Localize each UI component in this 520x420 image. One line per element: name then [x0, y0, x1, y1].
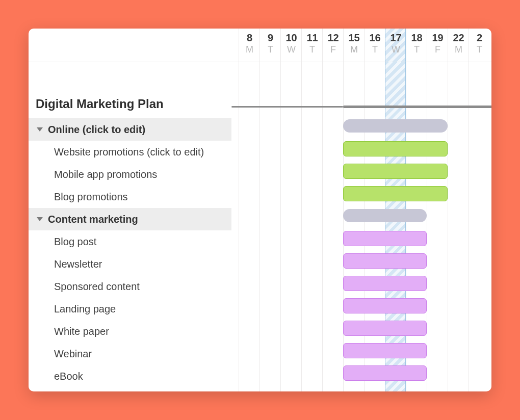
day-number: 10 — [281, 32, 302, 44]
day-weekday: T — [260, 44, 281, 56]
task-bar[interactable] — [343, 343, 427, 358]
grid-column — [385, 62, 406, 391]
task-row[interactable]: Landing page — [29, 298, 231, 320]
day-header: 18T — [406, 29, 427, 56]
day-column[interactable]: 12F — [322, 29, 343, 62]
day-number: 17 — [385, 32, 406, 44]
day-weekday: M — [448, 44, 469, 56]
day-column[interactable]: 11T — [301, 29, 322, 62]
day-header: 12F — [323, 29, 344, 56]
task-bar[interactable] — [343, 231, 427, 246]
day-header: 9T — [260, 29, 281, 56]
grid-column — [469, 62, 489, 391]
day-header: 15M — [344, 29, 365, 56]
day-column[interactable]: 17W — [385, 29, 406, 62]
task-row[interactable]: White paper — [29, 320, 231, 343]
day-column[interactable]: 22M — [448, 29, 469, 62]
gantt-chart[interactable] — [231, 62, 491, 391]
day-number: 9 — [260, 32, 281, 44]
day-number: 12 — [323, 32, 344, 44]
day-weekday: F — [427, 44, 448, 56]
day-column[interactable]: 16T — [364, 29, 385, 62]
chevron-down-icon[interactable] — [37, 127, 43, 132]
day-weekday: W — [281, 44, 302, 56]
plan-title[interactable]: Digital Marketing Plan — [29, 97, 231, 118]
gantt-window: 8M9T10W11T12F15M16T17W18T19F22M2T Digita… — [29, 29, 491, 391]
grid-column — [448, 62, 469, 391]
day-weekday: T — [469, 44, 490, 56]
task-bar[interactable] — [343, 186, 448, 201]
day-number: 2 — [469, 32, 490, 44]
grid-column — [239, 62, 259, 391]
day-number: 15 — [344, 32, 365, 44]
task-row[interactable]: Blog promotions — [29, 186, 231, 208]
day-weekday: W — [385, 44, 406, 56]
day-number: 8 — [239, 32, 260, 44]
task-row[interactable]: Blog post — [29, 230, 231, 253]
chevron-down-icon[interactable] — [37, 217, 43, 221]
task-tree: Digital Marketing Plan Online (click to … — [29, 62, 231, 391]
task-bar[interactable] — [343, 321, 427, 336]
grid-column — [259, 62, 280, 391]
task-row[interactable]: Mobile app promotions — [29, 163, 231, 186]
grid-column — [364, 62, 385, 391]
task-bar[interactable] — [343, 253, 427, 269]
day-column[interactable]: 15M — [343, 29, 364, 62]
group-row[interactable]: Online (click to edit) — [29, 118, 231, 141]
day-number: 19 — [427, 32, 448, 44]
day-header: 16T — [365, 29, 385, 56]
day-header: 19F — [427, 29, 448, 56]
project-summary-bar — [231, 106, 343, 108]
grid-column — [427, 62, 448, 391]
task-bar[interactable] — [343, 365, 427, 381]
project-summary-bar — [343, 106, 491, 108]
day-weekday: M — [239, 44, 260, 56]
grid-column — [301, 62, 322, 391]
day-column[interactable]: 19F — [427, 29, 448, 62]
task-row[interactable]: Website promotions (click to edit) — [29, 141, 231, 163]
task-bar[interactable] — [343, 164, 448, 179]
task-row[interactable]: eBook — [29, 365, 231, 387]
day-weekday: F — [323, 44, 344, 56]
grid-column — [406, 62, 427, 391]
day-column[interactable]: 2T — [469, 29, 489, 62]
group-row[interactable]: Content marketing — [29, 208, 231, 230]
group-label: Content marketing — [48, 214, 138, 225]
task-bar[interactable] — [343, 141, 448, 156]
day-header: 17W — [385, 29, 406, 56]
header: 8M9T10W11T12F15M16T17W18T19F22M2T — [29, 29, 491, 62]
timeline-header[interactable]: 8M9T10W11T12F15M16T17W18T19F22M2T — [231, 29, 491, 62]
task-row[interactable]: Webinar — [29, 343, 231, 365]
grid-column — [343, 62, 364, 391]
task-bar[interactable] — [343, 298, 427, 313]
day-number: 16 — [365, 32, 385, 44]
day-header: 2T — [469, 29, 490, 56]
day-weekday: M — [344, 44, 365, 56]
day-number: 22 — [448, 32, 469, 44]
day-number: 11 — [302, 32, 323, 44]
header-spacer — [29, 29, 231, 62]
body: Digital Marketing Plan Online (click to … — [29, 62, 491, 391]
day-header: 10W — [281, 29, 302, 56]
group-summary-bar[interactable] — [343, 119, 448, 133]
day-header: 11T — [302, 29, 323, 56]
day-weekday: T — [302, 44, 323, 56]
day-number: 18 — [406, 32, 427, 44]
day-weekday: T — [406, 44, 427, 56]
day-column[interactable]: 18T — [406, 29, 427, 62]
day-header: 22M — [448, 29, 469, 56]
group-label: Online (click to edit) — [48, 124, 145, 136]
task-row[interactable]: Newsletter — [29, 253, 231, 275]
task-row[interactable]: Sponsored content — [29, 275, 231, 298]
day-column[interactable]: 8M — [239, 29, 259, 62]
day-column[interactable]: 9T — [259, 29, 280, 62]
grid-column — [322, 62, 343, 391]
day-header: 8M — [239, 29, 260, 56]
day-weekday: T — [365, 44, 385, 56]
grid-column — [280, 62, 301, 391]
group-summary-bar[interactable] — [343, 209, 427, 222]
day-column[interactable]: 10W — [280, 29, 301, 62]
task-bar[interactable] — [343, 276, 427, 291]
